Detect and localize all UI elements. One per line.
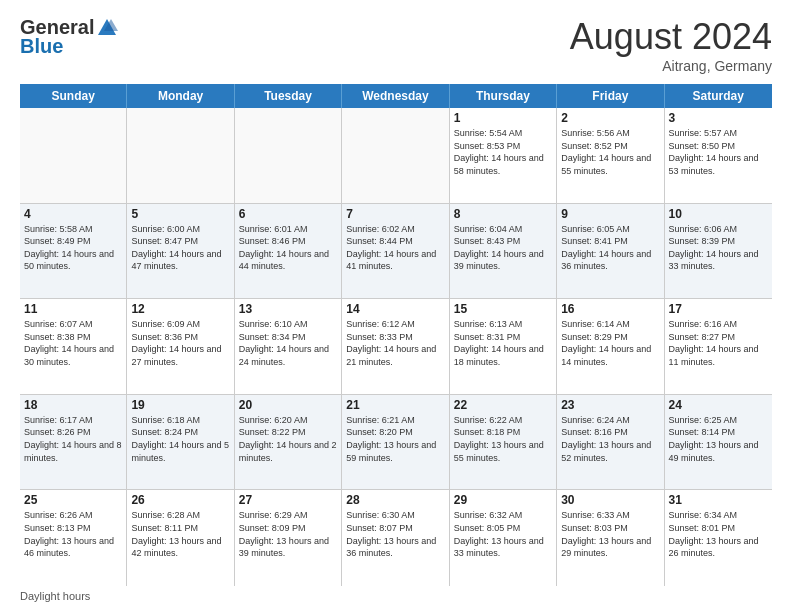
title-section: August 2024 Aitrang, Germany: [570, 16, 772, 74]
calendar-cell: 26Sunrise: 6:28 AMSunset: 8:11 PMDayligh…: [127, 490, 234, 586]
cell-info: Sunrise: 6:04 AMSunset: 8:43 PMDaylight:…: [454, 223, 552, 273]
header: General Blue August 2024 Aitrang, German…: [20, 16, 772, 74]
calendar-row-3: 11Sunrise: 6:07 AMSunset: 8:38 PMDayligh…: [20, 299, 772, 395]
day-number: 11: [24, 302, 122, 316]
calendar-cell: 30Sunrise: 6:33 AMSunset: 8:03 PMDayligh…: [557, 490, 664, 586]
day-number: 14: [346, 302, 444, 316]
calendar-cell: 22Sunrise: 6:22 AMSunset: 8:18 PMDayligh…: [450, 395, 557, 490]
day-number: 16: [561, 302, 659, 316]
day-number: 22: [454, 398, 552, 412]
cell-info: Sunrise: 6:32 AMSunset: 8:05 PMDaylight:…: [454, 509, 552, 559]
calendar-cell: 27Sunrise: 6:29 AMSunset: 8:09 PMDayligh…: [235, 490, 342, 586]
cell-info: Sunrise: 6:34 AMSunset: 8:01 PMDaylight:…: [669, 509, 768, 559]
cell-info: Sunrise: 6:22 AMSunset: 8:18 PMDaylight:…: [454, 414, 552, 464]
calendar-cell: 25Sunrise: 6:26 AMSunset: 8:13 PMDayligh…: [20, 490, 127, 586]
day-header-friday: Friday: [557, 84, 664, 108]
calendar-cell: 16Sunrise: 6:14 AMSunset: 8:29 PMDayligh…: [557, 299, 664, 394]
calendar-cell: 8Sunrise: 6:04 AMSunset: 8:43 PMDaylight…: [450, 204, 557, 299]
day-number: 21: [346, 398, 444, 412]
calendar-cell: 1Sunrise: 5:54 AMSunset: 8:53 PMDaylight…: [450, 108, 557, 203]
cell-info: Sunrise: 6:29 AMSunset: 8:09 PMDaylight:…: [239, 509, 337, 559]
calendar-row-4: 18Sunrise: 6:17 AMSunset: 8:26 PMDayligh…: [20, 395, 772, 491]
calendar-cell: 21Sunrise: 6:21 AMSunset: 8:20 PMDayligh…: [342, 395, 449, 490]
day-number: 19: [131, 398, 229, 412]
location: Aitrang, Germany: [570, 58, 772, 74]
day-number: 25: [24, 493, 122, 507]
calendar-cell: 11Sunrise: 6:07 AMSunset: 8:38 PMDayligh…: [20, 299, 127, 394]
day-number: 26: [131, 493, 229, 507]
day-number: 2: [561, 111, 659, 125]
calendar-cell: 23Sunrise: 6:24 AMSunset: 8:16 PMDayligh…: [557, 395, 664, 490]
cell-info: Sunrise: 6:18 AMSunset: 8:24 PMDaylight:…: [131, 414, 229, 464]
cell-info: Sunrise: 6:33 AMSunset: 8:03 PMDaylight:…: [561, 509, 659, 559]
day-number: 28: [346, 493, 444, 507]
calendar-cell: 4Sunrise: 5:58 AMSunset: 8:49 PMDaylight…: [20, 204, 127, 299]
cell-info: Sunrise: 5:58 AMSunset: 8:49 PMDaylight:…: [24, 223, 122, 273]
day-number: 15: [454, 302, 552, 316]
cell-info: Sunrise: 6:13 AMSunset: 8:31 PMDaylight:…: [454, 318, 552, 368]
page: General Blue August 2024 Aitrang, German…: [0, 0, 792, 612]
cell-info: Sunrise: 6:28 AMSunset: 8:11 PMDaylight:…: [131, 509, 229, 559]
cell-info: Sunrise: 6:10 AMSunset: 8:34 PMDaylight:…: [239, 318, 337, 368]
cell-info: Sunrise: 6:12 AMSunset: 8:33 PMDaylight:…: [346, 318, 444, 368]
cell-info: Sunrise: 6:25 AMSunset: 8:14 PMDaylight:…: [669, 414, 768, 464]
calendar-cell: [342, 108, 449, 203]
day-number: 20: [239, 398, 337, 412]
calendar-cell: 31Sunrise: 6:34 AMSunset: 8:01 PMDayligh…: [665, 490, 772, 586]
cell-info: Sunrise: 5:54 AMSunset: 8:53 PMDaylight:…: [454, 127, 552, 177]
day-header-tuesday: Tuesday: [235, 84, 342, 108]
calendar-cell: 14Sunrise: 6:12 AMSunset: 8:33 PMDayligh…: [342, 299, 449, 394]
calendar-cell: [127, 108, 234, 203]
day-header-wednesday: Wednesday: [342, 84, 449, 108]
calendar-cell: 3Sunrise: 5:57 AMSunset: 8:50 PMDaylight…: [665, 108, 772, 203]
calendar-cell: 9Sunrise: 6:05 AMSunset: 8:41 PMDaylight…: [557, 204, 664, 299]
calendar-cell: 29Sunrise: 6:32 AMSunset: 8:05 PMDayligh…: [450, 490, 557, 586]
footer-note: Daylight hours: [20, 590, 772, 602]
day-number: 12: [131, 302, 229, 316]
calendar-cell: 18Sunrise: 6:17 AMSunset: 8:26 PMDayligh…: [20, 395, 127, 490]
day-header-monday: Monday: [127, 84, 234, 108]
cell-info: Sunrise: 6:14 AMSunset: 8:29 PMDaylight:…: [561, 318, 659, 368]
day-number: 31: [669, 493, 768, 507]
calendar-cell: 5Sunrise: 6:00 AMSunset: 8:47 PMDaylight…: [127, 204, 234, 299]
cell-info: Sunrise: 6:05 AMSunset: 8:41 PMDaylight:…: [561, 223, 659, 273]
cell-info: Sunrise: 6:26 AMSunset: 8:13 PMDaylight:…: [24, 509, 122, 559]
calendar-cell: [235, 108, 342, 203]
day-number: 1: [454, 111, 552, 125]
day-number: 30: [561, 493, 659, 507]
logo: General Blue: [20, 16, 118, 58]
cell-info: Sunrise: 6:30 AMSunset: 8:07 PMDaylight:…: [346, 509, 444, 559]
calendar-body: 1Sunrise: 5:54 AMSunset: 8:53 PMDaylight…: [20, 108, 772, 586]
cell-info: Sunrise: 6:16 AMSunset: 8:27 PMDaylight:…: [669, 318, 768, 368]
calendar-row-1: 1Sunrise: 5:54 AMSunset: 8:53 PMDaylight…: [20, 108, 772, 204]
day-header-sunday: Sunday: [20, 84, 127, 108]
calendar-cell: 6Sunrise: 6:01 AMSunset: 8:46 PMDaylight…: [235, 204, 342, 299]
day-number: 29: [454, 493, 552, 507]
cell-info: Sunrise: 6:24 AMSunset: 8:16 PMDaylight:…: [561, 414, 659, 464]
day-number: 13: [239, 302, 337, 316]
cell-info: Sunrise: 6:17 AMSunset: 8:26 PMDaylight:…: [24, 414, 122, 464]
cell-info: Sunrise: 6:06 AMSunset: 8:39 PMDaylight:…: [669, 223, 768, 273]
day-number: 5: [131, 207, 229, 221]
month-year: August 2024: [570, 16, 772, 58]
calendar-cell: 19Sunrise: 6:18 AMSunset: 8:24 PMDayligh…: [127, 395, 234, 490]
day-number: 7: [346, 207, 444, 221]
calendar-cell: 24Sunrise: 6:25 AMSunset: 8:14 PMDayligh…: [665, 395, 772, 490]
day-number: 4: [24, 207, 122, 221]
cell-info: Sunrise: 6:21 AMSunset: 8:20 PMDaylight:…: [346, 414, 444, 464]
logo-blue: Blue: [20, 35, 63, 58]
cell-info: Sunrise: 6:07 AMSunset: 8:38 PMDaylight:…: [24, 318, 122, 368]
calendar-cell: 12Sunrise: 6:09 AMSunset: 8:36 PMDayligh…: [127, 299, 234, 394]
calendar-cell: 13Sunrise: 6:10 AMSunset: 8:34 PMDayligh…: [235, 299, 342, 394]
cell-info: Sunrise: 6:20 AMSunset: 8:22 PMDaylight:…: [239, 414, 337, 464]
calendar-cell: 17Sunrise: 6:16 AMSunset: 8:27 PMDayligh…: [665, 299, 772, 394]
calendar-cell: [20, 108, 127, 203]
day-number: 18: [24, 398, 122, 412]
calendar-cell: 15Sunrise: 6:13 AMSunset: 8:31 PMDayligh…: [450, 299, 557, 394]
calendar-header: SundayMondayTuesdayWednesdayThursdayFrid…: [20, 84, 772, 108]
cell-info: Sunrise: 6:01 AMSunset: 8:46 PMDaylight:…: [239, 223, 337, 273]
calendar-cell: 10Sunrise: 6:06 AMSunset: 8:39 PMDayligh…: [665, 204, 772, 299]
day-number: 10: [669, 207, 768, 221]
calendar-cell: 28Sunrise: 6:30 AMSunset: 8:07 PMDayligh…: [342, 490, 449, 586]
day-number: 3: [669, 111, 768, 125]
